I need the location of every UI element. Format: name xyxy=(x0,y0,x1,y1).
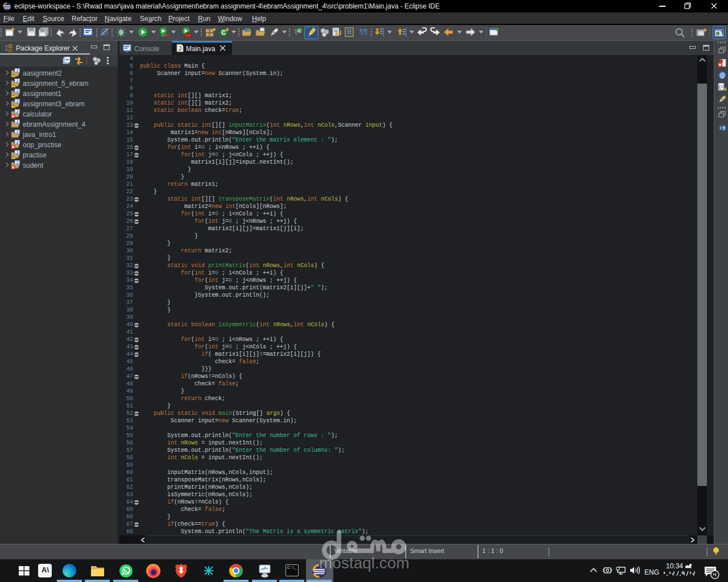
svg-text:@: @ xyxy=(719,72,725,78)
svg-text:J: J xyxy=(16,140,18,144)
svg-text:J: J xyxy=(16,89,18,93)
svg-text:J: J xyxy=(16,130,18,134)
svg-text:J: J xyxy=(16,120,18,124)
svg-text:J: J xyxy=(16,69,18,73)
svg-text:J: J xyxy=(16,151,18,155)
svg-text:J: J xyxy=(16,161,18,165)
svg-text:{=: {= xyxy=(718,84,724,89)
svg-text:J: J xyxy=(16,79,18,83)
svg-text:C: C xyxy=(298,28,301,34)
svg-text:J: J xyxy=(16,110,18,114)
svg-text:?: ? xyxy=(722,126,726,131)
svg-text:J: J xyxy=(179,45,182,52)
svg-text:J: J xyxy=(16,99,18,103)
svg-text:C: C xyxy=(221,30,225,36)
